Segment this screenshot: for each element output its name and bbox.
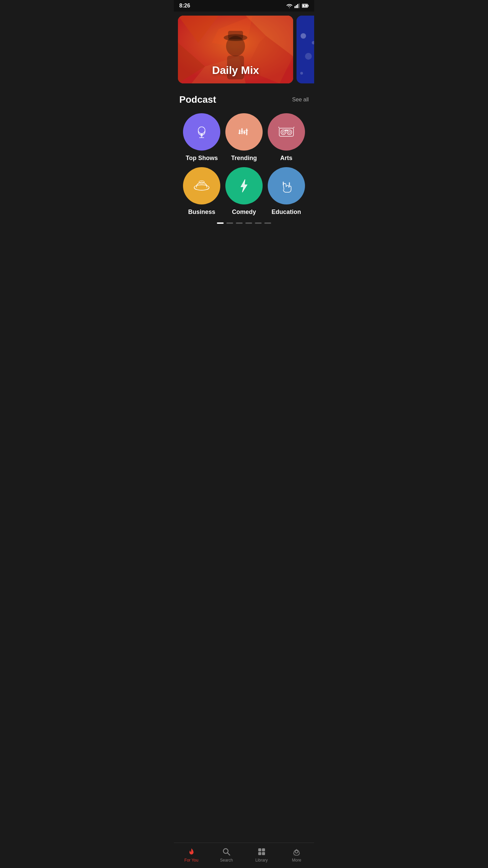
svg-rect-5 xyxy=(308,5,309,7)
svg-rect-41 xyxy=(285,130,288,131)
hero-card-daily-mix[interactable]: Daily Mix xyxy=(178,16,293,83)
carousel-dots xyxy=(174,216,314,226)
status-icons xyxy=(286,3,309,8)
dot-3 xyxy=(236,222,243,224)
svg-rect-31 xyxy=(246,129,247,135)
svg-point-38 xyxy=(282,131,284,133)
comedy-circle xyxy=(225,167,263,204)
category-comedy[interactable]: Comedy xyxy=(224,167,264,216)
business-label: Business xyxy=(188,209,215,216)
hero-secondary-bg xyxy=(297,16,314,83)
svg-point-19 xyxy=(301,33,306,39)
svg-point-40 xyxy=(288,131,290,133)
dot-1 xyxy=(217,222,224,224)
svg-rect-18 xyxy=(297,16,314,83)
svg-rect-2 xyxy=(297,4,298,8)
svg-rect-32 xyxy=(238,133,241,134)
svg-rect-34 xyxy=(243,132,246,133)
dot-6 xyxy=(264,222,271,224)
category-top-shows[interactable]: Top Shows xyxy=(182,113,222,162)
svg-rect-0 xyxy=(294,6,296,8)
status-time: 8:26 xyxy=(179,3,190,9)
svg-rect-3 xyxy=(299,3,300,8)
lightning-icon xyxy=(235,177,253,195)
podcast-section: Podcast See all Top Shows xyxy=(174,87,314,216)
hero-card-secondary[interactable] xyxy=(297,16,314,83)
category-grid: Top Shows Trending xyxy=(179,113,309,216)
section-header: Podcast See all xyxy=(179,94,309,105)
arts-circle xyxy=(268,113,305,151)
hand-sign-icon xyxy=(277,177,296,195)
svg-point-21 xyxy=(305,53,312,60)
hero-card-content: Daily Mix xyxy=(178,64,293,77)
wifi-icon xyxy=(286,3,292,8)
dot-2 xyxy=(226,222,233,224)
see-all-button[interactable]: See all xyxy=(292,97,309,103)
microphone-icon xyxy=(193,123,210,140)
podcast-title: Podcast xyxy=(179,94,216,105)
dot-4 xyxy=(245,222,252,224)
svg-point-23 xyxy=(300,72,303,75)
category-education[interactable]: Education xyxy=(266,167,306,216)
category-arts[interactable]: Arts xyxy=(266,113,306,162)
top-shows-label: Top Shows xyxy=(186,155,218,162)
top-shows-circle xyxy=(183,113,220,151)
arts-label: Arts xyxy=(280,155,292,162)
business-circle xyxy=(183,167,220,204)
comedy-label: Comedy xyxy=(232,209,256,216)
boombox-icon xyxy=(277,123,296,141)
svg-rect-1 xyxy=(296,5,297,8)
status-bar: 8:26 xyxy=(174,0,314,12)
category-trending[interactable]: Trending xyxy=(224,113,264,162)
svg-line-43 xyxy=(293,127,294,128)
cowboy-hat-icon xyxy=(192,177,211,195)
svg-rect-35 xyxy=(245,130,248,131)
education-circle xyxy=(268,167,305,204)
trending-circle xyxy=(225,113,263,151)
svg-point-24 xyxy=(198,127,205,134)
equalizer-icon xyxy=(236,123,252,140)
hero-carousel[interactable]: Daily Mix xyxy=(174,12,314,87)
battery-icon xyxy=(302,4,309,8)
education-label: Education xyxy=(271,209,301,216)
category-business[interactable]: Business xyxy=(182,167,222,216)
dot-5 xyxy=(255,222,262,224)
svg-rect-36 xyxy=(279,128,293,136)
svg-line-42 xyxy=(279,127,279,128)
hero-title: Daily Mix xyxy=(212,64,259,76)
trending-label: Trending xyxy=(231,155,257,162)
svg-rect-17 xyxy=(228,31,243,39)
signal-icon xyxy=(294,3,300,8)
svg-rect-33 xyxy=(241,131,243,132)
